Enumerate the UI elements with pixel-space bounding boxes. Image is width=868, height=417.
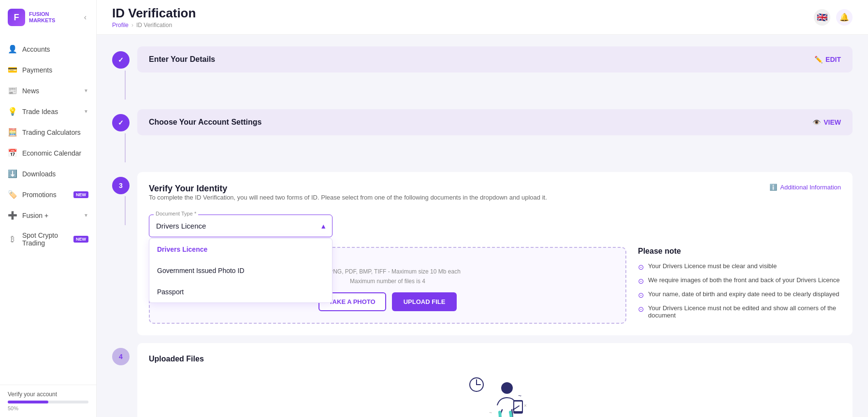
- upload-file-button[interactable]: UPLOAD FILE: [392, 292, 457, 311]
- svg-text:×: ×: [524, 403, 527, 408]
- view-icon: 👁️: [812, 118, 821, 126]
- step-2-indicator: ✓: [112, 114, 130, 131]
- sidebar-item-downloads[interactable]: ⬇️ Downloads: [0, 163, 96, 184]
- sidebar-item-news[interactable]: 📰 News▼: [0, 80, 96, 101]
- dropdown-option-passport[interactable]: Passport: [149, 281, 332, 302]
- uploaded-files-section: Uploaded Files: [137, 343, 853, 417]
- document-type-dropdown-container: Document Type * Drivers Licence Governme…: [149, 215, 333, 237]
- note-check-icon-0: ⊙: [638, 263, 644, 272]
- sidebar-item-fusion-plus[interactable]: ➕ Fusion +▼: [0, 205, 96, 226]
- sidebar-item-payments[interactable]: 💳 Payments: [0, 59, 96, 80]
- language-flag-button[interactable]: 🇬🇧: [814, 9, 830, 26]
- step-3-indicator: 3: [112, 177, 130, 194]
- please-note-container: Please note ⊙ Your Drivers Licence must …: [638, 247, 841, 324]
- step-2-line: [125, 133, 126, 162]
- sidebar-collapse-button[interactable]: ‹: [82, 11, 88, 24]
- info-icon: ℹ️: [769, 184, 777, 191]
- verify-identity-subtitle: To complete the ID Verification, you wil…: [149, 194, 547, 201]
- verify-header-left: Verify Your Identity To complete the ID …: [149, 184, 547, 211]
- breadcrumb-parent[interactable]: Profile: [112, 22, 129, 29]
- topbar: ID Verification Profile › ID Verificatio…: [97, 0, 868, 35]
- nav-icon-fusion-plus: ➕: [8, 211, 17, 220]
- main-content: ID Verification Profile › ID Verificatio…: [97, 0, 868, 417]
- note-text-3: Your Drivers Licence must not be edited …: [648, 304, 841, 319]
- note-text-2: Your name, date of birth and expiry date…: [648, 290, 839, 298]
- progress-bar-background: [8, 401, 88, 403]
- uploaded-files-title: Uploaded Files: [149, 355, 841, 363]
- note-text-1: We require images of both the front and …: [648, 276, 839, 284]
- sidebar: F FUSION MARKETS ‹ 👤 Accounts💳 Payments📰…: [0, 0, 97, 417]
- account-settings-view-button[interactable]: 👁️ VIEW: [812, 118, 841, 126]
- nav-label-payments: Payments: [22, 66, 88, 74]
- nav-label-trade-ideas: Trade Ideas: [22, 108, 79, 115]
- svg-point-3: [501, 382, 513, 394]
- dropdown-label: Document Type *: [154, 211, 198, 216]
- sidebar-item-economic-calendar[interactable]: 📅 Economic Calendar: [0, 143, 96, 163]
- edit-icon: ✏️: [814, 56, 823, 63]
- nav-icon-trading-calculators: 🧮: [8, 128, 17, 137]
- nav-icon-news: 📰: [8, 86, 17, 95]
- enter-details-section: Enter Your Details ✏️ EDIT: [137, 46, 853, 72]
- nav-chevron-trade-ideas: ▼: [84, 109, 88, 114]
- topbar-left: ID Verification Profile › ID Verificatio…: [112, 6, 196, 29]
- breadcrumb-separator: ›: [131, 22, 133, 29]
- enter-details-edit-button[interactable]: ✏️ EDIT: [814, 56, 841, 63]
- nav-badge-spot-crypto: NEW: [73, 236, 88, 243]
- nav-label-spot-crypto: Spot Crypto Trading: [22, 231, 69, 247]
- sidebar-item-trading-calculators[interactable]: 🧮 Trading Calculators: [0, 122, 96, 143]
- sidebar-item-promotions[interactable]: 🏷️ PromotionsNEW: [0, 184, 96, 205]
- nav-chevron-news: ▼: [84, 88, 88, 93]
- note-item-2: ⊙ Your name, date of birth and expiry da…: [638, 290, 841, 300]
- step-4-indicator: 4: [112, 348, 130, 365]
- nav-icon-trade-ideas: 💡: [8, 107, 17, 116]
- logo-icon: F: [8, 9, 25, 26]
- nav-icon-economic-calendar: 📅: [8, 148, 17, 158]
- breadcrumb-current: ID Verification: [136, 22, 172, 29]
- sidebar-item-trade-ideas[interactable]: 💡 Trade Ideas▼: [0, 101, 96, 122]
- note-item-3: ⊙ Your Drivers Licence must not be edite…: [638, 304, 841, 319]
- sidebar-footer: Verify your account 50%: [0, 385, 96, 417]
- nav-badge-promotions: NEW: [73, 191, 88, 198]
- step-3-line: [125, 196, 126, 225]
- account-settings-section: Choose Your Account Settings 👁️ VIEW: [137, 109, 853, 135]
- nav-label-promotions: Promotions: [22, 191, 69, 199]
- dropdown-option-drivers-licence[interactable]: Drivers Licence: [149, 239, 332, 260]
- logo-text: FUSION MARKETS: [29, 11, 55, 24]
- note-check-icon-2: ⊙: [638, 291, 644, 300]
- upload-max-files: Maximum number of files is 4: [350, 278, 425, 285]
- additional-info-label: Additional Information: [780, 184, 841, 191]
- nav-label-fusion-plus: Fusion +: [22, 212, 79, 219]
- step-1-indicator: ✓: [112, 51, 130, 69]
- upload-hint: JPG, PNG, PDF, BMP, TIFF - Maximum size …: [315, 268, 461, 275]
- nav-label-economic-calendar: Economic Calendar: [22, 149, 88, 157]
- notification-button[interactable]: 🔔: [836, 9, 853, 26]
- nav-label-accounts: Accounts: [22, 45, 88, 53]
- note-item-0: ⊙ Your Drivers Licence must be clear and…: [638, 262, 841, 272]
- additional-info-button[interactable]: ℹ️ Additional Information: [769, 184, 841, 191]
- empty-illustration: ~ × ~: [149, 371, 841, 417]
- nav-label-downloads: Downloads: [22, 170, 88, 178]
- verify-identity-section: Verify Your Identity To complete the ID …: [137, 172, 853, 335]
- sidebar-item-accounts[interactable]: 👤 Accounts: [0, 39, 96, 59]
- step-1-line: [125, 71, 126, 100]
- progress-percentage: 50%: [8, 405, 88, 411]
- verify-identity-title: Verify Your Identity: [149, 184, 547, 194]
- topbar-right: 🇬🇧 🔔: [814, 9, 853, 26]
- document-type-select[interactable]: Drivers Licence Government Issued Photo …: [149, 215, 333, 237]
- svg-text:~: ~: [489, 410, 492, 416]
- nav-icon-accounts: 👤: [8, 44, 17, 54]
- sidebar-nav: 👤 Accounts💳 Payments📰 News▼💡 Trade Ideas…: [0, 35, 96, 385]
- note-check-icon-1: ⊙: [638, 277, 644, 286]
- sidebar-item-spot-crypto[interactable]: ₿ Spot Crypto TradingNEW: [0, 226, 96, 253]
- account-settings-title: Choose Your Account Settings: [149, 118, 262, 127]
- upload-buttons: TAKE A PHOTO UPLOAD FILE: [318, 292, 457, 311]
- note-item-1: ⊙ We require images of both the front an…: [638, 276, 841, 286]
- breadcrumb: Profile › ID Verification: [112, 22, 196, 29]
- please-note-title: Please note: [638, 247, 841, 256]
- content-area: ✓ Enter Your Details ✏️ EDIT ✓: [97, 35, 868, 417]
- verify-header: Verify Your Identity To complete the ID …: [149, 184, 841, 211]
- dropdown-option-government-id[interactable]: Government Issued Photo ID: [149, 260, 332, 281]
- note-check-icon-3: ⊙: [638, 305, 644, 314]
- verify-account-label: Verify your account: [8, 391, 88, 398]
- nav-label-trading-calculators: Trading Calculators: [22, 129, 88, 136]
